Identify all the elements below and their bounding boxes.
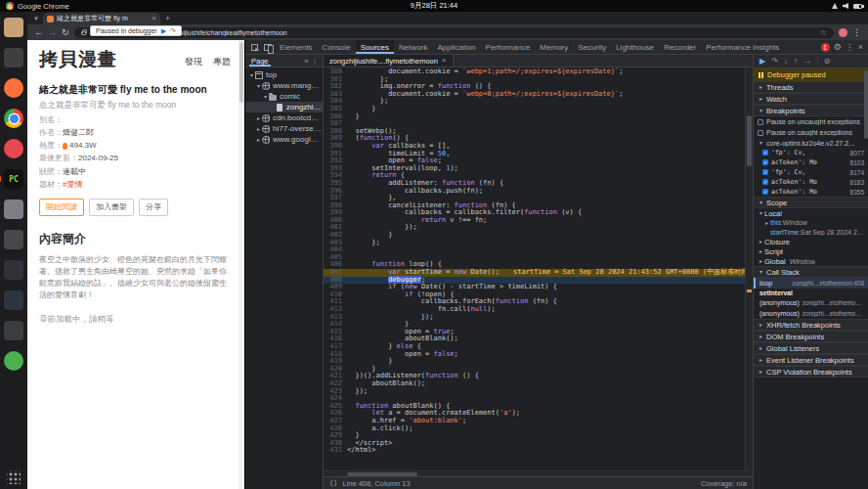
devtools-tab-lighthouse[interactable]: Lighthouse [611, 40, 659, 54]
tree-item-top[interactable]: ▾top [245, 69, 323, 80]
step-button[interactable]: → [803, 58, 811, 66]
sidebar-section-event-listener-breakpoints[interactable]: ▸Event Listener Breakpoints [754, 354, 868, 366]
back-icon[interactable]: ← [34, 28, 43, 37]
site-logo[interactable]: 拷貝漫畫 [39, 47, 117, 72]
toggle-pause-on-uncaught-exceptions[interactable]: Pause on uncaught exceptions [754, 116, 868, 127]
code-line-430[interactable]: 430 </script> [324, 440, 745, 448]
device-toolbar-button[interactable] [261, 40, 275, 54]
code-line-423[interactable]: 423 }); [324, 388, 745, 396]
code-line-404[interactable]: 404 [324, 246, 745, 254]
dock-item-app-dark-1-icon[interactable] [4, 230, 23, 249]
dock-item-app-dark-3-icon[interactable] [4, 290, 23, 310]
show-applications-button[interactable] [7, 470, 21, 484]
breakpoint-checkbox-icon[interactable]: ✓ [762, 179, 768, 185]
devtools-tab-sources[interactable]: Sources [356, 40, 394, 54]
stack-frame-anonymous[interactable]: (anonymous)zongzhi…etothemoon:393 [754, 297, 868, 308]
editor-horizontal-scrollbar[interactable] [324, 470, 753, 476]
toggle-pause-on-caught-exceptions[interactable]: Pause on caught exceptions [754, 127, 868, 138]
dock-item-app-dark-2-icon[interactable] [4, 260, 23, 280]
sidebar-scrollbar-thumb[interactable] [864, 70, 868, 139]
system-indicators[interactable] [832, 3, 862, 9]
code-line-403[interactable]: 403 }; [324, 240, 745, 247]
code-line-419[interactable]: 419 } [324, 358, 745, 366]
code-line-422[interactable]: 422 aboutBlank(); [324, 380, 745, 388]
inspect-element-button[interactable] [247, 40, 261, 54]
editor-scrollbar-thumb[interactable] [747, 115, 752, 166]
navigator-menu-icon[interactable]: ⋮ [312, 57, 320, 66]
dock-item-pc-terminal-icon[interactable]: PC [4, 169, 23, 189]
editor-hscrollbar-thumb[interactable] [347, 472, 417, 476]
sidebar-section-breakpoints[interactable]: ▾ Breakpoints [754, 105, 868, 116]
devtools-settings-icon[interactable]: ⚙ [834, 43, 842, 52]
reload-icon[interactable]: ↻ [62, 28, 69, 37]
checkbox-icon[interactable] [758, 119, 763, 125]
code-line-428[interactable]: 428 a.click(); [324, 425, 745, 433]
site-nav-link-1[interactable]: 專題 [213, 56, 231, 68]
scope-group-closure[interactable]: ▸Closure [754, 237, 868, 246]
code-line-385[interactable]: 385 } [324, 106, 745, 113]
sidebar-section-dom-breakpoints[interactable]: ▸DOM Breakpoints [754, 331, 868, 342]
sidebar-section-scope[interactable]: ▾ Scope [754, 197, 868, 208]
system-clock[interactable]: 9月28日 21:44 [0, 1, 868, 11]
stack-frame-loop[interactable]: loopzongzhi…etothemoon:408 [754, 278, 868, 289]
breakpoint-checkbox-icon[interactable]: ✓ [762, 159, 768, 165]
scope-property-starttime[interactable]: startTime: Sat Sep 28 2024 21:4… [754, 228, 868, 238]
address-bar[interactable]: mangacopy.com/comic/zongzhijiushifeichan… [74, 27, 834, 38]
devtools-tab-memory[interactable]: Memory [535, 40, 573, 54]
sidebar-section-xhr-fetch-breakpoints[interactable]: ▸XHR/fetch Breakpoints [754, 319, 868, 331]
devtools-tab-recorder[interactable]: Recorder [659, 40, 701, 54]
checkbox-icon[interactable] [758, 130, 763, 136]
dock-item-app-green-icon[interactable] [4, 351, 23, 371]
step-over-button[interactable]: ↷ [771, 58, 778, 66]
navigator-tab-page[interactable]: Page [249, 55, 271, 67]
devtools-tab-elements[interactable]: Elements [275, 40, 317, 54]
breakpoint-checkbox-icon[interactable]: ✓ [762, 169, 768, 175]
breakpoint-entry[interactable]: ✓acToken': Mo8183 [754, 177, 868, 187]
step-into-button[interactable]: ↓ [784, 58, 788, 66]
new-tab-button[interactable]: + [165, 14, 170, 23]
dock-item-archive-manager-icon[interactable] [4, 48, 23, 67]
dock-item-app-dark-4-icon[interactable] [4, 321, 23, 340]
tree-item-cdn-bootcdn-net[interactable]: ▸cdn.bootcdn.net [245, 112, 323, 123]
resume-script-icon[interactable]: ▶ [161, 27, 166, 35]
devtools-tab-application[interactable]: Application [432, 40, 480, 54]
meta-value[interactable]: #愛情 [63, 181, 82, 190]
share-button[interactable]: 分享 [139, 199, 168, 216]
dock-item-chrome-icon[interactable] [4, 109, 23, 128]
sidebar-section-global-listeners[interactable]: ▸Global Listeners [754, 342, 868, 354]
scope-property-this[interactable]: ▸this: Window [754, 218, 868, 228]
dock-item-files-icon[interactable] [4, 18, 23, 37]
tree-item-www-mangacopy[interactable]: ▾www.mangacopy.... [245, 80, 323, 91]
error-count-badge[interactable]: 1 [821, 43, 830, 52]
sidebar-section-csp-violation-breakpoints[interactable]: ▸CSP Violation Breakpoints [754, 366, 868, 378]
bookmark-star-icon[interactable]: ☆ [820, 28, 827, 37]
add-to-shelf-button[interactable]: 加入書架 [89, 199, 134, 216]
scope-group-local[interactable]: ▾Local [754, 208, 868, 218]
code-line-431[interactable]: 431</html> [324, 447, 745, 455]
sidebar-section-threads[interactable]: ▸ Threads [754, 81, 868, 93]
scope-group-script[interactable]: ▸Script [754, 246, 868, 256]
breakpoint-entry[interactable]: ✓'fp': Cv,8077 [754, 148, 868, 157]
dock-item-firefox-icon[interactable] [4, 78, 23, 98]
browser-tab[interactable]: 緒之就是非常可愛 fly m × [43, 13, 160, 24]
tab-close-icon[interactable]: × [152, 15, 156, 22]
breakpoint-checkbox-icon[interactable]: ✓ [762, 150, 768, 156]
line-number[interactable]: 431 [324, 447, 347, 455]
code-line-384[interactable]: 384 }; [324, 98, 745, 106]
pretty-print-icon[interactable]: {} [329, 479, 337, 487]
breakpoint-entry[interactable]: ✓acToken': Mo8103 [754, 157, 868, 167]
code-line-402[interactable]: 402 } [324, 232, 745, 240]
dock-item-media-player-icon[interactable] [4, 139, 23, 158]
scope-group-global[interactable]: ▸GlobalWindow [754, 256, 868, 266]
breakpoint-entry[interactable]: ✓acToken': Mo8355 [754, 187, 868, 197]
breakpoint-checkbox-icon[interactable]: ✓ [762, 189, 768, 195]
breakpoint-file-group[interactable]: ▾ core-optimi.kz2o4e.v2.27.2... [754, 138, 868, 148]
devtools-close-icon[interactable]: × [858, 43, 863, 52]
tree-item-zongzhijiushif[interactable]: zongzhijiushif... [245, 102, 323, 112]
active-app-indicator[interactable]: Google Chrome [6, 2, 69, 11]
site-nav-link-0[interactable]: 發現 [185, 56, 202, 68]
breakpoint-entry[interactable]: ✓'fp': Cv,8174 [754, 167, 868, 177]
tree-item-hi77-overseas-ma[interactable]: ▸hi77-overseas.ma... [245, 123, 323, 134]
meta-value[interactable]: 畑健二郎 [63, 129, 94, 138]
devtools-tab-security[interactable]: Security [573, 40, 611, 54]
